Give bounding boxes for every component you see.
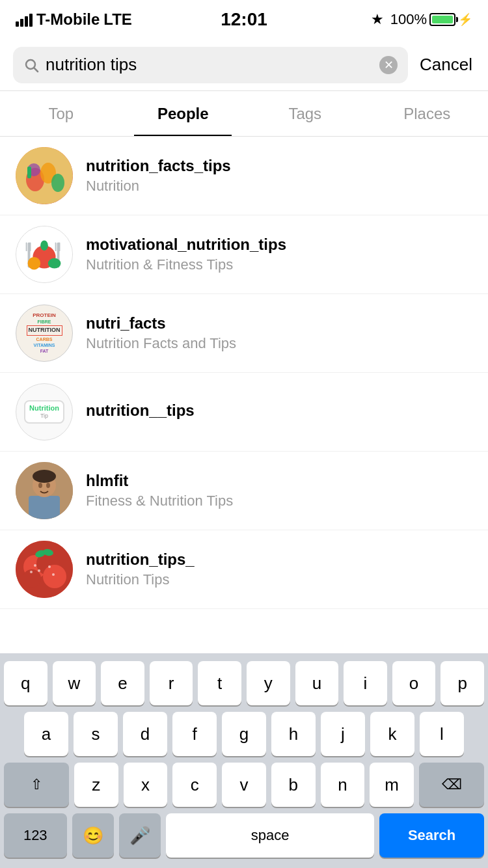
search-input-wrapper[interactable]: ✕ bbox=[13, 47, 408, 83]
person-avatar-icon bbox=[16, 462, 73, 519]
mic-key[interactable]: 🎤 bbox=[119, 813, 161, 858]
keyboard-row-4: 123 😊 🎤 space Search bbox=[4, 813, 484, 858]
clear-button[interactable]: ✕ bbox=[379, 56, 398, 74]
svg-rect-13 bbox=[30, 242, 31, 251]
svg-point-33 bbox=[48, 565, 51, 568]
list-item[interactable]: PROTEIN FIBRE NUTRITION CARBS VITAMINS F… bbox=[0, 294, 488, 373]
key-g[interactable]: g bbox=[222, 712, 266, 756]
key-h[interactable]: h bbox=[271, 712, 316, 756]
result-info: nutrition__tips bbox=[86, 401, 472, 422]
svg-point-23 bbox=[38, 483, 42, 488]
space-key[interactable]: space bbox=[166, 813, 374, 858]
svg-line-1 bbox=[34, 68, 38, 72]
key-n[interactable]: n bbox=[321, 763, 365, 807]
svg-point-5 bbox=[51, 174, 64, 192]
avatar bbox=[16, 462, 73, 519]
bluetooth-icon: ★ bbox=[371, 11, 384, 28]
results-list: nutrition_facts_tips Nutrition bbox=[0, 137, 488, 609]
key-o[interactable]: o bbox=[392, 661, 436, 705]
result-info: nutrition_tips_ Nutrition Tips bbox=[86, 550, 472, 588]
delete-key[interactable]: ⌫ bbox=[419, 763, 484, 807]
keyboard-row-3: ⇧ z x c v b n m ⌫ bbox=[4, 763, 484, 807]
key-a[interactable]: a bbox=[24, 712, 68, 756]
search-input[interactable] bbox=[46, 55, 373, 75]
list-item[interactable]: motivational_nutrition_tips Nutrition & … bbox=[0, 215, 488, 294]
keyboard-row-1: q w e r t y u i o p bbox=[4, 661, 484, 705]
svg-rect-20 bbox=[29, 496, 60, 519]
result-subtitle: Fitness & Nutrition Tips bbox=[86, 493, 472, 509]
result-username: nutrition_facts_tips bbox=[86, 157, 472, 175]
key-x[interactable]: x bbox=[124, 763, 168, 807]
key-c[interactable]: c bbox=[172, 763, 217, 807]
svg-point-10 bbox=[40, 241, 48, 251]
carrier-info: T-Mobile LTE bbox=[16, 10, 132, 29]
status-time: 12:01 bbox=[221, 9, 267, 30]
avatar bbox=[16, 226, 73, 283]
status-bar: T-Mobile LTE 12:01 ★ 100% ⚡ bbox=[0, 0, 488, 39]
result-info: hlmfit Fitness & Nutrition Tips bbox=[86, 472, 472, 509]
tab-top[interactable]: Top bbox=[0, 91, 122, 136]
key-y[interactable]: y bbox=[247, 661, 290, 705]
list-item[interactable]: nutrition_tips_ Nutrition Tips bbox=[0, 530, 488, 609]
battery-indicator: 100% ⚡ bbox=[390, 11, 472, 28]
key-u[interactable]: u bbox=[295, 661, 339, 705]
list-item[interactable]: nutrition_facts_tips Nutrition bbox=[0, 137, 488, 215]
strawberry-avatar-icon bbox=[16, 541, 73, 598]
tab-people[interactable]: People bbox=[122, 91, 245, 136]
avatar bbox=[16, 541, 73, 598]
list-item[interactable]: Nutrition Tip nutrition__tips bbox=[0, 373, 488, 452]
key-l[interactable]: l bbox=[420, 712, 464, 756]
search-icon bbox=[23, 57, 39, 73]
key-m[interactable]: m bbox=[370, 763, 414, 807]
result-info: nutri_facts Nutrition Facts and Tips bbox=[86, 314, 472, 352]
keyboard-row-2: a s d f g h j k l bbox=[4, 712, 484, 756]
battery-fill bbox=[432, 16, 453, 23]
result-subtitle: Nutrition bbox=[86, 178, 472, 195]
svg-rect-7 bbox=[27, 167, 31, 178]
svg-point-31 bbox=[38, 569, 40, 572]
key-k[interactable]: k bbox=[370, 712, 414, 756]
key-i[interactable]: i bbox=[344, 661, 387, 705]
result-username: nutri_facts bbox=[86, 314, 472, 332]
key-w[interactable]: w bbox=[53, 661, 96, 705]
numbers-key[interactable]: 123 bbox=[4, 813, 67, 858]
wordcloud-icon: PROTEIN bbox=[33, 312, 56, 319]
key-s[interactable]: s bbox=[74, 712, 118, 756]
svg-point-22 bbox=[33, 470, 56, 483]
svg-point-34 bbox=[52, 573, 55, 576]
svg-point-28 bbox=[43, 565, 66, 588]
result-username: nutrition__tips bbox=[86, 401, 472, 420]
result-username: motivational_nutrition_tips bbox=[86, 236, 472, 254]
nutrition-tip-icon: Nutrition Tip bbox=[24, 400, 64, 424]
key-q[interactable]: q bbox=[4, 661, 47, 705]
svg-rect-12 bbox=[26, 242, 27, 251]
network-type: LTE bbox=[103, 10, 132, 29]
search-key[interactable]: Search bbox=[379, 813, 484, 858]
avatar: PROTEIN FIBRE NUTRITION CARBS VITAMINS F… bbox=[16, 305, 73, 362]
emoji-key[interactable]: 😊 bbox=[72, 813, 114, 858]
result-username: hlmfit bbox=[86, 472, 472, 490]
avatar: Nutrition Tip bbox=[16, 383, 73, 441]
key-e[interactable]: e bbox=[101, 661, 144, 705]
result-subtitle: Nutrition Facts and Tips bbox=[86, 335, 472, 352]
avatar bbox=[16, 147, 73, 204]
key-d[interactable]: d bbox=[123, 712, 167, 756]
result-info: motivational_nutrition_tips Nutrition & … bbox=[86, 236, 472, 273]
key-b[interactable]: b bbox=[271, 763, 316, 807]
key-p[interactable]: p bbox=[441, 661, 484, 705]
list-item[interactable]: hlmfit Fitness & Nutrition Tips bbox=[0, 452, 488, 530]
key-j[interactable]: j bbox=[321, 712, 365, 756]
key-f[interactable]: f bbox=[172, 712, 217, 756]
tab-places[interactable]: Places bbox=[366, 91, 489, 136]
shift-key[interactable]: ⇧ bbox=[4, 763, 69, 807]
result-subtitle: Nutrition Tips bbox=[86, 571, 472, 588]
key-r[interactable]: r bbox=[150, 661, 193, 705]
key-v[interactable]: v bbox=[222, 763, 266, 807]
tab-tags[interactable]: Tags bbox=[244, 91, 366, 136]
svg-point-17 bbox=[28, 257, 41, 270]
svg-point-18 bbox=[48, 258, 61, 269]
key-t[interactable]: t bbox=[198, 661, 241, 705]
key-z[interactable]: z bbox=[74, 763, 118, 807]
cancel-button[interactable]: Cancel bbox=[417, 55, 475, 75]
svg-point-24 bbox=[46, 483, 50, 488]
